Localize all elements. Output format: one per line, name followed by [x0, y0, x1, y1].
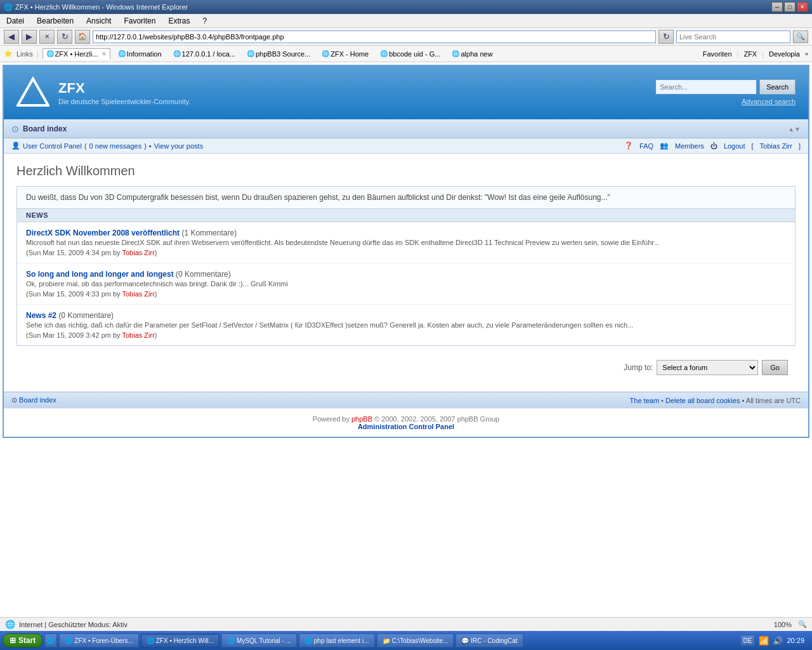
fav-links-right: Favoriten | ZFX | Developia »	[703, 50, 808, 58]
maximize-button[interactable]: □	[784, 2, 796, 12]
logo-triangle	[16, 76, 49, 109]
news-item-1-by: by	[113, 249, 122, 256]
menu-bearbeiten[interactable]: Bearbeiten	[34, 15, 76, 27]
separator-dot: (	[84, 142, 87, 150]
close-button[interactable]: ✕	[797, 2, 808, 12]
admin-panel-link[interactable]: Administration Control Panel	[358, 423, 454, 430]
collapse-button[interactable]: ▲▼	[788, 126, 801, 133]
menu-ansicht[interactable]: Ansicht	[84, 15, 114, 27]
members-link[interactable]: Members	[675, 142, 704, 150]
fav-info-label: Information	[127, 50, 162, 58]
view-posts-link[interactable]: View your posts	[154, 142, 203, 150]
faq-link[interactable]: FAQ	[639, 142, 653, 150]
bottom-board-index-link[interactable]: Board index	[19, 396, 56, 404]
fav-item-bbcode[interactable]: 🌐 bbcode uid - G...	[376, 48, 444, 60]
jump-bar: Jump to: Select a forum Go	[16, 354, 796, 381]
minimize-button[interactable]: ─	[771, 2, 783, 12]
news-box: Du weißt, dass Du von 3D Computergrafik …	[16, 186, 796, 346]
user-bar: 👤 User Control Panel (0 new messages) • …	[4, 138, 808, 154]
fav-zfx-icon: 🌐	[46, 50, 54, 57]
news-item-3-title[interactable]: News #2	[26, 311, 56, 320]
news-item-2-by: by	[113, 290, 122, 298]
fav-zfxhome-label: ZFX - Home	[331, 50, 369, 58]
fav-localhost-icon: 🌐	[173, 50, 181, 57]
forum-footer: Powered by phpBB © 2000, 2002, 2005, 200…	[4, 409, 808, 437]
fav-link-zfx[interactable]: ZFX	[743, 50, 757, 58]
bottom-board-left: ⊙ Board index	[11, 396, 56, 404]
fav-info-icon: 🌐	[118, 50, 126, 57]
window-title: ZFX • Herzlich Willkommen - Windows Inte…	[15, 3, 188, 11]
news-item-1-date: Sun Mar 15, 2009 4:34 pm	[29, 249, 111, 256]
fav-alpha-icon: 🌐	[452, 50, 459, 57]
forum-search-button[interactable]: Search	[759, 79, 796, 95]
footer-admin-panel: Administration Control Panel	[11, 423, 801, 430]
username-link[interactable]: Tobias Zirr	[760, 142, 792, 150]
news-item-1-author[interactable]: Tobias Zirr	[122, 249, 154, 256]
fav-item-phpbb3[interactable]: 🌐 phpBB3 Source...	[243, 48, 314, 60]
board-index-link[interactable]: Board index	[23, 124, 67, 133]
news-item-2-count-val: (0 Kommentare)	[176, 270, 231, 279]
the-team-link[interactable]: The team	[630, 397, 659, 404]
home-button[interactable]: 🏠	[75, 30, 90, 44]
fav-bbcode-label: bbcode uid - G...	[389, 50, 440, 58]
news-item-3-header: News #2 (0 Kommentare)	[26, 311, 786, 320]
delete-cookies-link[interactable]: Delete all board cookies	[665, 397, 740, 404]
menu-favoriten[interactable]: Favoriten	[121, 15, 158, 27]
fav-item-zfx[interactable]: 🌐 ZFX • Herzli... ✕	[43, 48, 110, 60]
fav-item-information[interactable]: 🌐 Information	[114, 48, 166, 60]
refresh-button[interactable]: ↻	[57, 30, 72, 44]
separator2: |	[762, 50, 764, 58]
title-bar-left: 🌐 ZFX • Herzlich Willkommen - Windows In…	[4, 3, 188, 11]
news-item-2-author[interactable]: Tobias Zirr	[122, 290, 154, 298]
jump-to-select[interactable]: Select a forum	[657, 360, 758, 375]
jump-to-label: Jump to:	[624, 363, 653, 372]
menu-extras[interactable]: Extras	[166, 15, 192, 27]
main-content: Herzlich Willkommen Du weißt, dass Du vo…	[4, 154, 808, 392]
news-label: NEWS	[17, 209, 795, 222]
news-item-1-count-val: (1 Kommentare)	[181, 229, 237, 237]
stop-button[interactable]: ✕	[39, 30, 55, 44]
board-index-icon: ⊙	[11, 124, 19, 134]
fav-phpbb3-label: phpBB3 Source...	[256, 50, 310, 58]
user-control-panel-link[interactable]: User Control Panel	[23, 142, 82, 150]
forum-advanced-search-link[interactable]: Advanced search	[742, 97, 796, 106]
bullet1: •	[661, 397, 665, 404]
phpbb-link[interactable]: phpBB	[351, 415, 372, 423]
fav-link-links[interactable]: Favoriten	[703, 50, 732, 58]
user-bracket-open: [	[752, 142, 754, 150]
fav-item-localhost[interactable]: 🌐 127.0.0.1 / loca...	[169, 48, 239, 60]
footer-powered-by: Powered by phpBB © 2000, 2002, 2005, 200…	[11, 415, 801, 423]
user-bar-right: ❓ FAQ 👥 Members ⏻ Logout [ Tobias Zirr ]	[624, 142, 801, 150]
new-messages-link[interactable]: 0 new messages	[89, 142, 142, 150]
title-bar-controls[interactable]: ─ □ ✕	[771, 2, 808, 12]
live-search-button[interactable]: 🔍	[793, 30, 808, 43]
members-icon: 👥	[660, 142, 669, 150]
news-item-3-date: Sun Mar 15, 2009 3:42 pm	[29, 331, 111, 339]
fav-item-alpha[interactable]: 🌐 alpha new	[448, 48, 496, 60]
fav-link-developia[interactable]: Developia	[769, 50, 800, 58]
fav-close-icon[interactable]: ✕	[102, 51, 107, 57]
news-item-3-author[interactable]: Tobias Zirr	[122, 331, 154, 339]
all-times-text: All times are UTC	[746, 397, 801, 404]
fav-more-icon[interactable]: »	[805, 51, 808, 57]
fav-zfx-label: ZFX • Herzli...	[55, 50, 98, 58]
menu-help[interactable]: ?	[200, 15, 209, 27]
menu-datei[interactable]: Datei	[4, 15, 27, 27]
separator1: |	[737, 50, 739, 58]
forward-button[interactable]: ▶	[22, 30, 37, 44]
jump-go-button[interactable]: Go	[762, 360, 788, 375]
address-input[interactable]	[93, 30, 656, 43]
forum-search-input[interactable]	[655, 79, 757, 95]
back-button[interactable]: ◀	[4, 30, 19, 44]
logout-link[interactable]: Logout	[724, 142, 745, 150]
fav-item-zfxhome[interactable]: 🌐 ZFX - Home	[318, 48, 372, 60]
live-search-input[interactable]	[676, 30, 790, 43]
user-bar-left: 👤 User Control Panel (0 new messages) • …	[11, 142, 203, 150]
news-item-2-title[interactable]: So long and long and longer and longest	[26, 270, 174, 279]
bottom-links-right: The team • Delete all board cookies • Al…	[630, 397, 801, 404]
news-item-2-body: Ok, probiere mal, ob das performancetech…	[26, 280, 786, 288]
menu-bar: Datei Bearbeiten Ansicht Favoriten Extra…	[0, 14, 812, 28]
refresh-addr-button[interactable]: ↻	[658, 30, 674, 44]
forum-header: ZFX Die deutsche Spieleentwickler-Commun…	[4, 66, 808, 119]
news-item-1-title[interactable]: DirectX SDK November 2008 veröffentlicht	[26, 229, 180, 237]
